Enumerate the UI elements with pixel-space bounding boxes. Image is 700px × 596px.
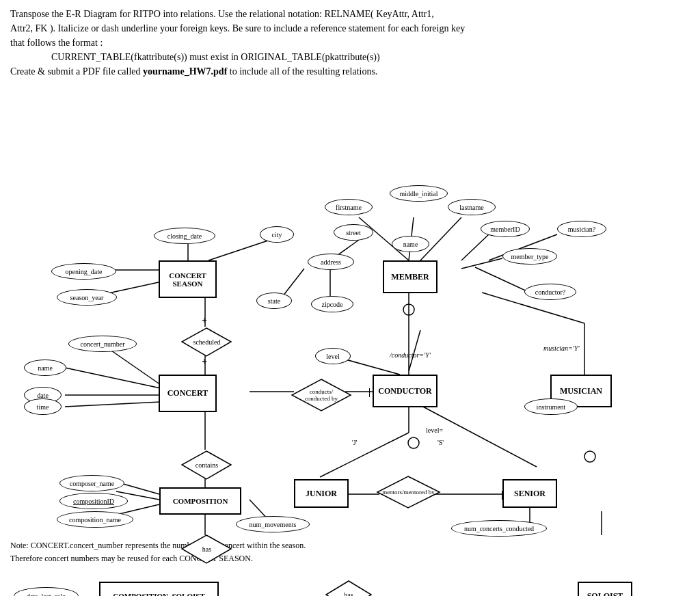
junior-entity: JUNIOR bbox=[294, 479, 349, 508]
svg-text:+: + bbox=[202, 356, 207, 366]
concert-season-entity: CONCERT SEASON bbox=[159, 260, 217, 298]
svg-point-53 bbox=[584, 451, 595, 462]
conductor-entity: CONDUCTOR bbox=[373, 375, 438, 407]
contains-diamond: contains bbox=[181, 450, 232, 480]
svg-line-8 bbox=[65, 368, 161, 388]
connector-lines: + + | + | | ⊣o /conductor='Y' musician='… bbox=[10, 84, 694, 535]
lastname-attr: lastname bbox=[448, 199, 496, 215]
concert-number-attr: concert_number bbox=[68, 336, 137, 352]
composer-name-attr: composer_name bbox=[59, 475, 124, 491]
composition-entity: COMPOSITION bbox=[159, 487, 241, 515]
svg-line-3 bbox=[208, 240, 270, 260]
member-name-attr: name bbox=[392, 236, 429, 252]
level-attr: level bbox=[315, 348, 351, 364]
closing-date-attr: closing_date bbox=[154, 228, 215, 244]
mentors-diamond: mentors/mentored by bbox=[376, 475, 441, 509]
conducts-diamond: conducts/ conducted by bbox=[291, 378, 352, 412]
svg-line-10 bbox=[65, 402, 161, 407]
svg-line-48 bbox=[320, 433, 409, 477]
senior-entity: SENIOR bbox=[502, 479, 557, 508]
opening-date-attr: opening_date bbox=[51, 263, 116, 280]
state-attr: state bbox=[256, 293, 292, 309]
svg-line-29 bbox=[475, 267, 530, 293]
svg-point-52 bbox=[408, 437, 419, 448]
intro-text: Transpose the E-R Diagram for RITPO into… bbox=[10, 7, 690, 79]
svg-line-20 bbox=[420, 217, 461, 260]
svg-text:'J': 'J' bbox=[352, 439, 358, 446]
composition-name-attr: composition_name bbox=[57, 511, 133, 528]
svg-line-30 bbox=[409, 330, 420, 371]
svg-text:|: | bbox=[368, 387, 371, 397]
middle-initial-attr: middle_initial bbox=[390, 185, 448, 202]
svg-line-7 bbox=[109, 349, 161, 385]
has-comp-diamond: has bbox=[181, 534, 232, 565]
concert-time-attr: time bbox=[24, 398, 62, 415]
svg-text:'S': 'S' bbox=[438, 439, 444, 446]
season-year-attr: season_year bbox=[57, 289, 117, 306]
svg-line-26 bbox=[461, 234, 489, 260]
er-diagram: + + | + | | ⊣o /conductor='Y' musician='… bbox=[10, 84, 694, 535]
note-text: Note: CONCERT.concert_number represents … bbox=[10, 539, 690, 565]
composition-soloist-entity: COMPOSITION_SOLOIST bbox=[99, 582, 219, 596]
concert-name-attr: name bbox=[24, 360, 66, 376]
svg-point-51 bbox=[403, 304, 414, 315]
conductor-q-attr: conductor? bbox=[524, 284, 576, 300]
street-attr: street bbox=[334, 224, 373, 241]
svg-text:musician='Y': musician='Y' bbox=[543, 344, 580, 352]
city-attr: city bbox=[260, 226, 294, 243]
musician-q-attr: musician? bbox=[557, 221, 606, 237]
soloist-entity: SOLOIST bbox=[578, 582, 632, 596]
firstname-attr: firstname bbox=[325, 199, 373, 215]
svg-line-49 bbox=[420, 405, 537, 467]
svg-line-27 bbox=[461, 258, 502, 269]
has-soloist-diamond: has bbox=[325, 580, 373, 596]
memberid-attr: memberID bbox=[481, 221, 530, 237]
member-type-attr: member_type bbox=[502, 248, 557, 265]
member-entity: MEMBER bbox=[383, 260, 438, 293]
address-attr: address bbox=[308, 254, 354, 270]
svg-text:+: + bbox=[202, 315, 207, 325]
date-last-solo-attr: date_last_solo bbox=[14, 587, 79, 596]
concert-entity: CONCERT bbox=[159, 375, 217, 412]
num-concerts-attr: num_concerts_conducted bbox=[451, 520, 547, 537]
svg-text:level=: level= bbox=[426, 426, 443, 434]
instrument-attr: instrument bbox=[524, 398, 578, 415]
scheduled-diamond: scheduled bbox=[181, 327, 232, 357]
svg-text:/conductor='Y': /conductor='Y' bbox=[389, 351, 431, 359]
zipcode-attr: zipcode bbox=[311, 296, 353, 312]
composition-id-attr: compositionID bbox=[59, 493, 128, 509]
num-movements-attr: num_movements bbox=[236, 516, 310, 532]
